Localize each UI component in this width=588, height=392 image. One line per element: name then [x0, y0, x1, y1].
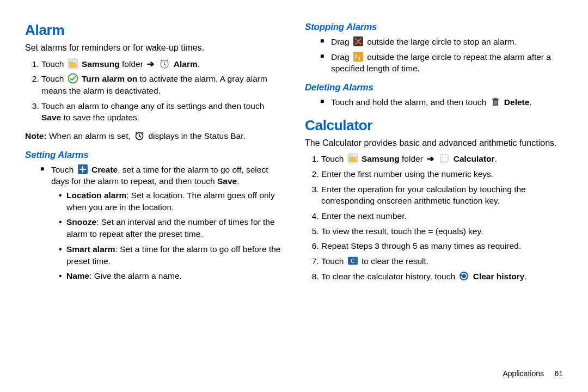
calc-step-8: To clear the calculator history, touch C… — [321, 271, 563, 283]
svg-text:Z: Z — [358, 57, 361, 60]
calc-step-6: Repeat Steps 3 through 5 as many times a… — [321, 240, 563, 252]
alarm-on-icon — [68, 73, 78, 84]
left-column: Alarm Set alarms for reminders or for wa… — [25, 22, 283, 376]
calc-step-7: Touch C to clear the result. — [321, 255, 563, 267]
footer-page-number: 61 — [554, 369, 563, 378]
svg-rect-11 — [494, 98, 497, 99]
stopping-alarms-list: Drag outside the large circle to stop an… — [320, 36, 563, 75]
deleting-alarms-heading: Deleting Alarms — [305, 82, 563, 93]
calculator-icon: +−×÷ — [439, 153, 450, 164]
stopping-alarms-heading: Stopping Alarms — [305, 22, 563, 33]
trash-icon — [490, 96, 501, 107]
calc-step-5: To view the result, touch the = (equals)… — [321, 225, 563, 237]
option-location-alarm: Location alarm: Set a location. The alar… — [59, 189, 283, 213]
calc-step-2: Enter the first number using the numeric… — [321, 168, 563, 180]
x-stop-icon — [353, 36, 364, 47]
alarm-step-2: Touch Turn alarm on to activate the alar… — [41, 73, 283, 96]
arrow-icon — [147, 58, 154, 70]
repeat-alarm-item: Drag ZZ outside the large circle to repe… — [320, 51, 563, 75]
option-smart-alarm: Smart alarm: Set a time for the alarm to… — [59, 243, 283, 267]
deleting-alarms-list: Touch and hold the alarm, and then touch… — [320, 96, 563, 108]
setting-alarms-options: Location alarm: Set a location. The alar… — [59, 189, 283, 282]
alarm-note: Note: When an alarm is set, displays in … — [25, 130, 283, 142]
svg-text:C: C — [351, 258, 354, 264]
delete-alarm-item: Touch and hold the alarm, and then touch… — [320, 96, 563, 108]
calc-step-1: Touch Samsung folder +−×÷ Calculator. — [321, 153, 563, 165]
setting-alarms-heading: Setting Alarms — [25, 150, 283, 161]
setting-alarms-list: Touch Create, set a time for the alarm t… — [40, 164, 283, 282]
page-footer: Applications 61 — [503, 369, 563, 378]
svg-text:−: − — [445, 156, 448, 159]
alarm-step-3: Touch an alarm to change any of its sett… — [41, 100, 283, 124]
alarm-lead: Set alarms for reminders or for wake-up … — [25, 42, 283, 54]
status-alarm-icon — [134, 130, 145, 141]
svg-text:×: × — [442, 160, 444, 163]
snooze-zz-icon: ZZ — [353, 51, 364, 62]
calc-step-3: Enter the operation for your calculation… — [321, 183, 563, 207]
right-column: Stopping Alarms Drag outside the large c… — [305, 22, 563, 376]
calculator-steps: Touch Samsung folder +−×÷ Calculator. En… — [305, 153, 563, 282]
plus-icon — [77, 164, 88, 175]
setting-alarms-item: Touch Create, set a time for the alarm t… — [40, 164, 283, 282]
svg-text:+: + — [442, 156, 444, 159]
clear-key-icon: C — [347, 255, 358, 266]
option-name: Name: Give the alarm a name. — [59, 270, 283, 282]
clear-history-icon — [458, 271, 469, 281]
alarm-clock-icon — [159, 58, 170, 69]
alarm-steps: Touch Samsung folder Alarm. Touch Turn a… — [25, 58, 283, 124]
option-snooze: Snooze: Set an interval and the number o… — [59, 216, 283, 240]
samsung-folder-icon — [68, 58, 78, 69]
arrow-icon — [427, 153, 434, 165]
svg-text:Z: Z — [354, 54, 358, 59]
calculator-heading: Calculator — [305, 117, 563, 134]
alarm-step-1: Touch Samsung folder Alarm. — [41, 58, 283, 70]
calculator-lead: The Calculator provides basic and advanc… — [305, 137, 563, 149]
stop-alarm-item: Drag outside the large circle to stop an… — [320, 36, 563, 48]
footer-section: Applications — [503, 369, 544, 378]
calc-step-4: Enter the next number. — [321, 210, 563, 222]
alarm-heading: Alarm — [25, 22, 283, 39]
samsung-folder-icon — [347, 153, 358, 164]
